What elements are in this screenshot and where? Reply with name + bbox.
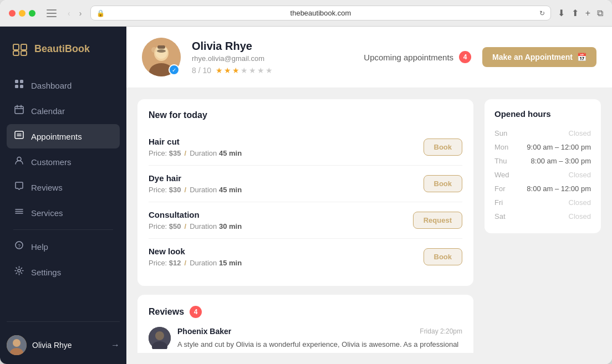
svg-point-23 — [13, 339, 21, 347]
divider4: / — [185, 259, 187, 267]
svg-rect-7 — [20, 85, 23, 88]
hours-row-sun: Sun Closed — [494, 126, 591, 140]
service-name-newlook: New look — [149, 247, 424, 256]
star-4: ★ — [241, 66, 248, 75]
logo-text: BeautiBook — [34, 43, 90, 55]
svg-rect-5 — [20, 80, 23, 83]
sidebar-item-dashboard[interactable]: Dashboard — [7, 73, 120, 98]
svg-rect-2 — [13, 51, 19, 55]
book-newlook-button[interactable]: Book — [424, 248, 463, 265]
service-details-newlook: Price: $12 / Duration 15 min — [149, 259, 424, 267]
hours-row-wed: Wed Closed — [494, 168, 591, 182]
download-icon[interactable]: ⬇ — [558, 8, 565, 18]
service-name-consultation: Consultation — [149, 210, 413, 219]
divider3: / — [185, 222, 187, 230]
service-item-dyehair: Dye hair Price: $30 / Duration 45 min Bo… — [149, 166, 462, 202]
service-details-haircut: Price: $35 / Duration 45 min — [149, 149, 424, 157]
forward-button[interactable]: › — [77, 8, 84, 19]
reviews-card: Reviews 4 Phoenix Baker Friday 2:20pm — [137, 295, 473, 353]
close-button[interactable] — [9, 10, 16, 17]
divider2: / — [185, 186, 187, 194]
hours-title: Opened hours — [494, 109, 591, 119]
hours-time-mon: 9:00 am – 12:00 pm — [527, 143, 591, 151]
upcoming-section: Upcoming appointments 4 — [364, 51, 471, 63]
service-details-dyehair: Price: $30 / Duration 45 min — [149, 186, 424, 194]
hours-row-for: For 8:00 am – 12:00 pm — [494, 182, 591, 196]
sidebar-item-label-services: Services — [31, 208, 63, 218]
dashboard-icon — [13, 79, 24, 91]
hours-day-thu: Thu — [494, 157, 517, 165]
browser-chrome: ‹ › 🔒 thebeautibook.com ↻ ⬇ ⬆ + ⧉ — [0, 0, 612, 27]
hours-card: Opened hours Sun Closed Mon 9:00 am – 12… — [484, 99, 601, 233]
svg-point-30 — [151, 47, 157, 53]
service-duration-haircut: Duration 45 min — [190, 149, 242, 157]
reviews-header: Reviews 4 — [149, 306, 462, 318]
logout-icon[interactable]: → — [111, 340, 120, 350]
url-text: thebeautibook.com — [290, 9, 351, 17]
svg-rect-0 — [13, 44, 19, 50]
minimize-button[interactable] — [19, 10, 26, 17]
hours-time-sat: Closed — [569, 212, 591, 221]
sidebar-toggle-icon[interactable] — [47, 9, 57, 17]
refresh-icon[interactable]: ↻ — [539, 9, 545, 17]
service-duration-dyehair: Duration 45 min — [190, 186, 242, 194]
sidebar-footer: Olivia Rhye → — [0, 326, 126, 364]
verified-badge: ✓ — [169, 64, 180, 75]
rating-score: 8 / 10 — [192, 66, 211, 75]
service-duration-consultation: Duration 30 min — [190, 222, 242, 230]
service-info-dyehair: Dye hair Price: $30 / Duration 45 min — [149, 173, 424, 194]
sidebar-item-help[interactable]: ? Help — [7, 234, 120, 259]
sidebar-item-customers[interactable]: Customers — [7, 150, 120, 174]
maximize-button[interactable] — [29, 10, 35, 17]
reviews-count-badge: 4 — [190, 306, 202, 318]
services-card: New for today Hair cut Price: $35 / Dura… — [137, 99, 473, 286]
service-name-haircut: Hair cut — [149, 137, 424, 146]
new-tab-icon[interactable]: + — [585, 8, 590, 18]
services-section-title: New for today — [149, 110, 462, 120]
profile-header: ✓ Olivia Rhye rhye.olivia@gmail.com 8 / … — [126, 27, 612, 88]
svg-rect-1 — [21, 44, 27, 50]
sidebar-item-label-help: Help — [31, 242, 48, 252]
back-button[interactable]: ‹ — [65, 8, 73, 19]
hours-day-sat: Sat — [494, 212, 517, 221]
svg-text:?: ? — [17, 243, 20, 249]
settings-icon — [13, 266, 24, 278]
hours-time-thu: 8:00 am – 3:00 pm — [531, 157, 591, 165]
profile-avatar-container: ✓ — [142, 38, 181, 76]
book-dyehair-button[interactable]: Book — [424, 175, 463, 192]
review-text: A style and cut by Olivia is a wonderful… — [177, 339, 462, 353]
hours-row-mon: Mon 9:00 am – 12:00 pm — [494, 140, 591, 154]
request-consultation-button[interactable]: Request — [413, 212, 462, 229]
service-price-haircut: Price: $35 — [149, 149, 181, 157]
hours-day-wed: Wed — [494, 171, 517, 179]
sidebar-item-appointments[interactable]: Appointments — [7, 124, 120, 148]
svg-point-31 — [157, 49, 166, 53]
service-item-consultation: Consultation Price: $50 / Duration 30 mi… — [149, 202, 462, 239]
svg-rect-8 — [15, 106, 23, 114]
hours-time-fri: Closed — [569, 198, 591, 207]
address-bar[interactable]: 🔒 thebeautibook.com ↻ — [90, 6, 550, 20]
sidebar-item-services[interactable]: Services — [7, 201, 120, 225]
profile-info: Olivia Rhye rhye.olivia@gmail.com 8 / 10… — [192, 40, 353, 75]
hours-day-sun: Sun — [494, 129, 517, 137]
sidebar-logo: BeautiBook — [0, 27, 126, 69]
sidebar: BeautiBook Dashboard Calendar — [0, 27, 126, 364]
sidebar-item-label-dashboard: Dashboard — [31, 81, 72, 90]
reviewer-avatar — [149, 327, 171, 349]
make-appointment-button[interactable]: Make an Appointment 📅 — [482, 47, 596, 67]
sidebar-user-name: Olivia Rhye — [32, 341, 105, 350]
book-haircut-button[interactable]: Book — [424, 139, 463, 156]
stars: ★ ★ ★ ★ ★ ★ ★ — [216, 66, 273, 75]
sidebar-item-calendar[interactable]: Calendar — [7, 99, 120, 123]
service-price-dyehair: Price: $30 — [149, 186, 181, 194]
service-details-consultation: Price: $50 / Duration 30 min — [149, 222, 413, 230]
share-icon[interactable]: ⬆ — [572, 8, 579, 18]
sidebar-item-reviews[interactable]: Reviews — [7, 175, 120, 199]
star-6: ★ — [257, 66, 264, 75]
sidebar-divider — [13, 229, 113, 230]
hours-day-for: For — [494, 184, 517, 193]
star-3: ★ — [232, 66, 239, 75]
sidebar-item-settings[interactable]: Settings — [7, 260, 120, 284]
tabs-icon[interactable]: ⧉ — [597, 8, 603, 18]
star-7: ★ — [266, 66, 273, 75]
